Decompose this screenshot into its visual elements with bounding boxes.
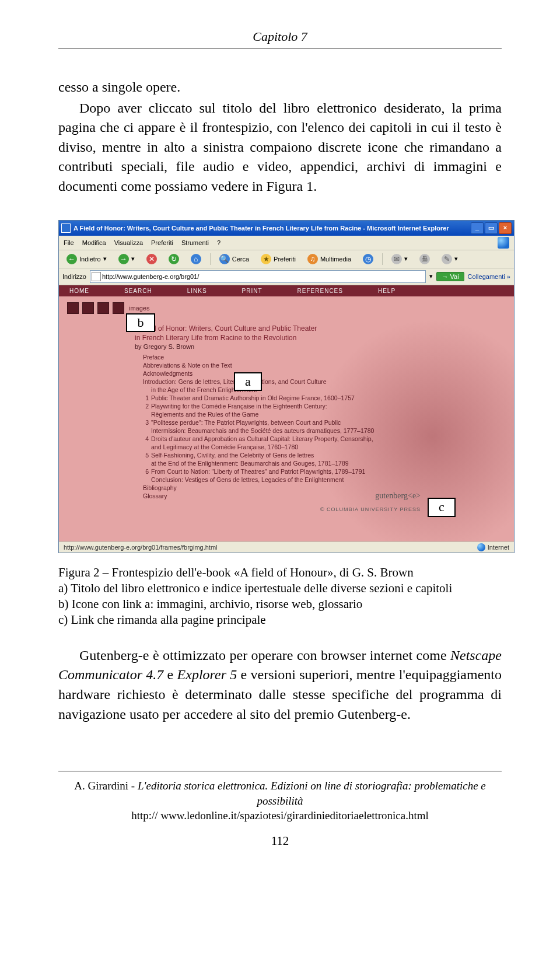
menubar: File Modifica Visualizza Preferiti Strum…: [59, 236, 514, 250]
book-subtitle: in French Literary Life from Racine to t…: [135, 334, 438, 342]
toc-chapter[interactable]: 4Droits d'auteur and Approbation as Cult…: [143, 435, 438, 442]
annotation-a: a: [234, 372, 262, 392]
chevron-down-icon: ▾: [404, 255, 408, 263]
ie-window: A Field of Honor: Writers, Court Culture…: [58, 220, 514, 553]
chevron-down-icon: ▾: [131, 255, 135, 263]
body-text: cesso a singole opere. Dopo aver cliccat…: [58, 78, 502, 197]
images-label[interactable]: images: [129, 305, 149, 312]
chapter-header: Capitolo 7: [58, 29, 502, 44]
footer-rule: [58, 771, 502, 771]
forward-button[interactable]: → ▾: [114, 252, 139, 266]
stop-button[interactable]: ✕: [142, 252, 161, 266]
search-button[interactable]: 🔍 Cerca: [215, 252, 253, 266]
stop-icon: ✕: [146, 254, 157, 264]
tool-icon-3[interactable]: [97, 302, 109, 314]
book-author: by Gregory S. Brown: [135, 343, 438, 350]
tool-icon-4[interactable]: [113, 302, 124, 314]
header-rule: [58, 48, 502, 48]
nav-home[interactable]: HOME: [69, 288, 89, 294]
tool-icon-2[interactable]: [82, 302, 94, 314]
toc-chapter-sub: Intermission: Beaumarchais and the Socié…: [151, 427, 438, 434]
edit-icon: ✎: [442, 254, 452, 264]
toc-intro[interactable]: Introduction: Gens de lettres, Literary …: [143, 378, 438, 385]
nav-print[interactable]: PRINT: [242, 288, 262, 294]
nav-help[interactable]: HELP: [378, 288, 396, 294]
go-button[interactable]: → Vai: [436, 272, 464, 281]
maximize-button[interactable]: ▭: [485, 222, 498, 234]
toc-abbrev[interactable]: Abbreviations & Note on the Text: [143, 362, 438, 369]
nav-links[interactable]: LINKS: [187, 288, 207, 294]
body-text-2: Gutenberg-e è ottimizzato per operare co…: [58, 646, 502, 724]
menu-strumenti[interactable]: Strumenti: [181, 239, 209, 246]
refresh-icon: ↻: [169, 254, 179, 264]
toc-acknowledgments[interactable]: Acknowledgments: [143, 370, 438, 377]
mail-button[interactable]: ✉▾: [387, 252, 412, 266]
toc-chapter[interactable]: 1Public Theater and Dramatic Authorship …: [143, 394, 438, 401]
toc-chapter[interactable]: 3"Politesse perdue": The Patriot Playwri…: [143, 419, 438, 426]
footer-title: L'editoria storica elettronica. Edizioni…: [138, 780, 486, 807]
book-toc: A Field of Honor: Writers, Court Culture…: [59, 320, 438, 512]
address-label: Indirizzo: [62, 273, 86, 280]
security-zone: Internet: [477, 543, 509, 551]
home-button[interactable]: ⌂: [187, 252, 205, 266]
nav-search[interactable]: SEARCH: [124, 288, 152, 294]
back-arrow-icon: ←: [66, 254, 77, 264]
para-1: cesso a singole opere.: [58, 78, 502, 97]
address-bar: Indirizzo ▾ → Vai Collegamenti »: [59, 268, 514, 285]
nav-references[interactable]: REFERENCES: [298, 288, 343, 294]
tool-icon-1[interactable]: [67, 302, 79, 314]
figure-caption: Figura 2 – Frontespizio dell'e-book «A f…: [58, 565, 502, 628]
multimedia-button[interactable]: ♫ Multimedia: [303, 252, 355, 266]
menu-preferiti[interactable]: Preferiti: [151, 239, 173, 246]
window-title: A Field of Honor: Writers, Court Culture…: [74, 225, 471, 232]
url-input[interactable]: [90, 270, 426, 283]
toc-chapter-sub: Règlements and the Rules of the Game: [151, 411, 438, 418]
footer-url: http:// www.ledonline.it/spaziotesi/gira…: [58, 808, 502, 823]
toc-chapter-sub: Conclusion: Vestiges of Gens de lettres,…: [151, 476, 438, 483]
mail-icon: ✉: [391, 254, 402, 264]
toc-intro-sub: in the Age of the French Enlightenment: [151, 386, 438, 393]
history-button[interactable]: ◷: [359, 252, 377, 266]
para-3: Gutenberg-e è ottimizzato per operare co…: [58, 646, 502, 724]
caption-l3: b) Icone con link a: immagini, archivio,…: [58, 596, 502, 612]
close-button[interactable]: ×: [499, 222, 512, 234]
toc-chapter-sub: and Legitimacy at the Comédie Française,…: [151, 443, 438, 450]
menu-file[interactable]: File: [64, 239, 74, 246]
refresh-button[interactable]: ↻: [164, 252, 183, 266]
toc-chapter[interactable]: 5Self-Fashioning, Civility, and the Cele…: [143, 452, 438, 459]
toc-preface[interactable]: Preface: [143, 354, 438, 361]
caption-l2: a) Titolo del libro elettronico e indice…: [58, 581, 502, 596]
site-nav: HOME SEARCH LINKS PRINT REFERENCES HELP: [59, 285, 514, 296]
edit-button[interactable]: ✎▾: [438, 252, 462, 266]
status-bar: http://www.gutenberg-e.org/brg01/frames/…: [59, 541, 514, 553]
para-2: Dopo aver cliccato sul titolo del libro …: [58, 99, 502, 197]
toc-biblio[interactable]: Bibliography: [143, 484, 438, 491]
annotation-b: b: [126, 313, 155, 333]
content-area: images b a c A Field of Honor: Writers, …: [59, 296, 514, 541]
search-label: Cerca: [232, 256, 249, 263]
caption-l1: Figura 2 – Frontespizio dell'e-book «A f…: [58, 565, 502, 581]
toc-chapter[interactable]: 2Playwriting for the Comédie Française i…: [143, 403, 438, 410]
menu-modifica[interactable]: Modifica: [82, 239, 106, 246]
toolbar: ← Indietro ▾ → ▾ ✕ ↻ ⌂ 🔍 Cerca ★ Preferi…: [59, 250, 514, 268]
minimize-button[interactable]: _: [471, 222, 484, 234]
menu-help[interactable]: ?: [217, 239, 220, 246]
columbia-press: © COLUMBIA UNIVERSITY PRESS: [320, 506, 421, 512]
toc-chapter[interactable]: 6From Court to Nation: "Liberty of Theat…: [143, 468, 438, 475]
gutenberg-e-logo[interactable]: gutenberg<e>: [375, 491, 421, 501]
annotation-c: c: [428, 498, 456, 517]
print-button[interactable]: 🖶: [415, 252, 434, 266]
home-icon: ⌂: [191, 254, 201, 264]
titlebar: A Field of Honor: Writers, Court Culture…: [59, 221, 514, 236]
menu-visualizza[interactable]: Visualizza: [114, 239, 143, 246]
media-icon: ♫: [307, 254, 318, 264]
forward-arrow-icon: →: [118, 254, 129, 264]
chevron-down-icon[interactable]: ▾: [429, 272, 433, 280]
print-icon: 🖶: [419, 254, 430, 264]
search-icon: 🔍: [219, 254, 230, 264]
links-menu[interactable]: Collegamenti »: [468, 273, 510, 280]
back-button[interactable]: ← Indietro ▾: [62, 252, 111, 266]
status-url: http://www.gutenberg-e.org/brg01/frames/…: [64, 544, 218, 551]
favorites-button[interactable]: ★ Preferiti: [257, 252, 300, 266]
ie-app-icon: [61, 223, 71, 233]
